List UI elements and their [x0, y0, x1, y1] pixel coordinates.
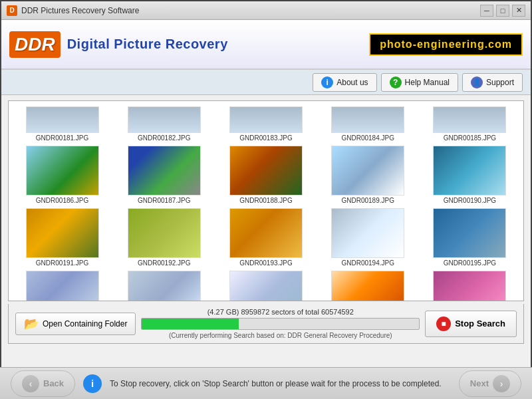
open-containing-folder-button[interactable]: 📂 Open Containing Folder — [15, 313, 136, 335]
list-item[interactable]: GNDR00190.JPG — [419, 143, 521, 205]
image-thumbnail — [331, 106, 404, 133]
progress-info: (4.27 GB) 8959872 sectors of total 60574… — [141, 308, 420, 316]
image-thumbnail — [26, 146, 99, 196]
about-us-label: About us — [336, 78, 368, 87]
footer-info-icon: i — [83, 374, 102, 393]
image-label: GNDR00186.JPG — [36, 197, 88, 204]
list-item[interactable]: GNDR00183.JPG — [215, 104, 317, 143]
progress-bar — [141, 318, 420, 330]
website-badge: photo-engineering.com — [369, 33, 523, 56]
list-item[interactable]: GNDR00186.JPG — [11, 143, 113, 205]
image-thumbnail — [331, 208, 404, 258]
support-icon: 👤 — [471, 76, 483, 88]
app-icon: D — [7, 5, 17, 16]
list-item[interactable]: GNDR00187.JPG — [113, 143, 215, 205]
stop-icon: ■ — [436, 317, 451, 331]
image-thumbnail — [26, 208, 99, 258]
support-button[interactable]: 👤 Support — [462, 73, 523, 92]
image-thumbnail — [128, 106, 201, 133]
image-label: GNDR00187.JPG — [138, 197, 190, 204]
list-item[interactable]: GNDR00182.JPG — [113, 104, 215, 143]
app-title: Digital Picture Recovery — [67, 37, 228, 52]
list-item[interactable]: GNDR00189.JPG — [317, 143, 419, 205]
titlebar: D DDR Pictures Recovery Software ─ □ ✕ — [1, 1, 531, 20]
progress-area: (4.27 GB) 8959872 sectors of total 60574… — [141, 308, 420, 339]
list-item[interactable]: GNDR00195.JPG — [419, 205, 521, 268]
image-thumbnail — [331, 271, 404, 301]
support-label: Support — [486, 78, 514, 87]
help-manual-label: Help Manual — [405, 78, 450, 87]
logo-area: DDR Digital Picture Recovery — [9, 31, 369, 58]
about-us-button[interactable]: i About us — [313, 73, 376, 92]
image-label: GNDR00194.JPG — [341, 259, 394, 267]
image-gallery: GNDR00181.JPGGNDR00182.JPGGNDR00183.JPGG… — [8, 100, 524, 301]
image-thumbnail — [128, 208, 201, 258]
image-thumbnail — [128, 271, 201, 301]
image-label: GNDR00195.JPG — [444, 259, 496, 267]
bottom-bar: 📂 Open Containing Folder (4.27 GB) 89598… — [8, 304, 524, 344]
list-item[interactable]: GNDR00193.JPG — [215, 205, 317, 268]
folder-icon: 📂 — [24, 317, 39, 331]
ddr-logo: DDR — [9, 31, 61, 58]
progress-bar-fill — [142, 319, 239, 329]
stop-search-button[interactable]: ■ Stop Search — [425, 311, 517, 337]
image-thumbnail — [26, 106, 99, 133]
maximize-button[interactable]: □ — [496, 5, 509, 17]
image-label: GNDR00193.JPG — [239, 259, 292, 267]
list-item[interactable]: GNDR00196.JPG — [11, 268, 113, 301]
image-label: GNDR00192.JPG — [138, 259, 190, 267]
footer-message: To Stop recovery, click on 'Stop Search'… — [110, 379, 451, 388]
back-label: Back — [43, 378, 64, 388]
image-thumbnail — [229, 271, 303, 301]
header: DDR Digital Picture Recovery photo-engin… — [1, 20, 531, 70]
list-item[interactable]: GNDR00191.JPG — [11, 205, 113, 268]
list-item[interactable]: GNDR00198.JPG — [215, 268, 317, 301]
nav-bar: i About us ? Help Manual 👤 Support — [1, 70, 531, 95]
image-label: GNDR00181.JPG — [36, 134, 88, 142]
list-item[interactable]: GNDR00185.JPG — [419, 104, 521, 143]
image-label: GNDR00191.JPG — [36, 259, 88, 267]
list-item[interactable]: GNDR00188.JPG — [215, 143, 317, 205]
image-thumbnail — [433, 271, 506, 301]
list-item[interactable]: GNDR00199.JPG — [317, 268, 419, 301]
help-manual-button[interactable]: ? Help Manual — [381, 73, 458, 92]
image-grid: GNDR00181.JPGGNDR00182.JPGGNDR00183.JPGG… — [9, 101, 523, 301]
close-button[interactable]: ✕ — [512, 5, 525, 17]
back-button[interactable]: ‹ Back — [11, 370, 75, 397]
help-icon: ? — [390, 76, 402, 88]
image-label: GNDR00189.JPG — [341, 197, 394, 204]
stop-label: Stop Search — [455, 319, 505, 329]
list-item[interactable]: GNDR00200.JPG — [419, 268, 521, 301]
list-item[interactable]: GNDR00197.JPG — [113, 268, 215, 301]
open-folder-label: Open Containing Folder — [43, 319, 127, 329]
image-label: GNDR00190.JPG — [444, 197, 496, 204]
image-label: GNDR00183.JPG — [239, 134, 292, 142]
image-thumbnail — [26, 271, 99, 301]
image-thumbnail — [433, 208, 506, 258]
image-thumbnail — [229, 146, 303, 196]
list-item[interactable]: GNDR00184.JPG — [317, 104, 419, 143]
next-label: Next — [470, 378, 489, 388]
next-button[interactable]: Next › — [459, 370, 521, 397]
next-arrow-icon: › — [493, 375, 510, 392]
image-label: GNDR00188.JPG — [239, 197, 292, 204]
progress-sub-text: (Currently performing Search based on: D… — [141, 332, 420, 339]
image-thumbnail — [128, 146, 201, 196]
list-item[interactable]: GNDR00181.JPG — [11, 104, 113, 143]
titlebar-title: DDR Pictures Recovery Software — [21, 6, 480, 15]
minimize-button[interactable]: ─ — [480, 5, 493, 17]
titlebar-controls: ─ □ ✕ — [480, 5, 525, 17]
info-icon: i — [321, 76, 333, 88]
image-thumbnail — [331, 146, 404, 196]
image-thumbnail — [229, 208, 303, 258]
image-thumbnail — [229, 106, 303, 133]
image-label: GNDR00182.JPG — [138, 134, 190, 142]
list-item[interactable]: GNDR00192.JPG — [113, 205, 215, 268]
image-thumbnail — [433, 106, 506, 133]
image-label: GNDR00185.JPG — [444, 134, 496, 142]
back-arrow-icon: ‹ — [22, 375, 39, 392]
image-label: GNDR00184.JPG — [341, 134, 394, 142]
footer-bar: ‹ Back i To Stop recovery, click on 'Sto… — [0, 367, 532, 399]
image-thumbnail — [433, 146, 506, 196]
list-item[interactable]: GNDR00194.JPG — [317, 205, 419, 268]
